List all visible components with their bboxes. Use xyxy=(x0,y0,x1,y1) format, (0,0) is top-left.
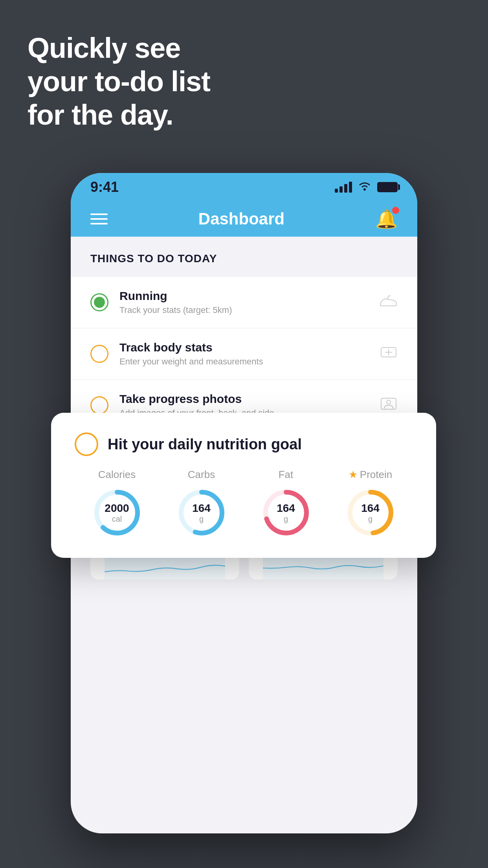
battery-icon xyxy=(377,182,398,192)
things-to-do-title: THINGS TO DO TODAY xyxy=(90,252,398,265)
svg-point-0 xyxy=(363,188,366,191)
nav-bar: Dashboard 🔔 xyxy=(71,201,417,237)
fat-label: Fat xyxy=(279,469,294,481)
nutrition-card-header: Hit your daily nutrition goal xyxy=(75,432,413,456)
calories-label: Calories xyxy=(98,469,136,481)
todo-title-body-stats: Track body stats xyxy=(119,341,380,354)
todo-title-running: Running xyxy=(119,289,380,303)
star-icon: ★ xyxy=(349,469,358,481)
calories-unit: cal xyxy=(105,515,129,524)
shoe-icon xyxy=(380,294,398,311)
fat-donut: 164 g xyxy=(261,487,312,538)
nutrition-stats-row: Calories 2000 cal Carbs xyxy=(75,469,413,538)
status-time: 9:41 xyxy=(90,179,119,195)
todo-list: Running Track your stats (target: 5km) T… xyxy=(71,277,417,431)
todo-title-photos: Take progress photos xyxy=(119,392,380,406)
wifi-icon xyxy=(358,180,372,194)
protein-label: Protein xyxy=(360,469,392,481)
fat-value: 164 xyxy=(277,502,295,515)
todo-check-photos xyxy=(90,396,108,414)
svg-point-5 xyxy=(387,400,391,404)
protein-value: 164 xyxy=(361,502,380,515)
content-area: THINGS TO DO TODAY xyxy=(71,237,417,265)
person-icon xyxy=(380,397,398,414)
calories-value: 2000 xyxy=(105,502,129,515)
notification-bell[interactable]: 🔔 xyxy=(375,208,398,230)
todo-subtitle-running: Track your stats (target: 5km) xyxy=(119,305,380,315)
stat-calories: Calories 2000 cal xyxy=(92,469,143,538)
scale-icon xyxy=(380,345,398,363)
protein-unit: g xyxy=(361,515,380,524)
notification-dot xyxy=(392,207,399,214)
carbs-value: 164 xyxy=(192,502,211,515)
nutrition-check-circle xyxy=(75,432,98,456)
calories-donut: 2000 cal xyxy=(92,487,143,538)
status-bar: 9:41 xyxy=(71,173,417,201)
signal-icon xyxy=(335,182,352,193)
protein-donut: 164 g xyxy=(345,487,396,538)
nutrition-card: Hit your daily nutrition goal Calories 2… xyxy=(51,413,436,558)
todo-subtitle-body-stats: Enter your weight and measurements xyxy=(119,357,380,367)
todo-item-running[interactable]: Running Track your stats (target: 5km) xyxy=(71,277,417,328)
stat-protein: ★ Protein 164 g xyxy=(345,469,396,538)
hero-text: Quickly see your to-do list for the day. xyxy=(28,31,210,132)
stat-carbs: Carbs 164 g xyxy=(176,469,227,538)
stat-fat: Fat 164 g xyxy=(261,469,312,538)
carbs-donut: 164 g xyxy=(176,487,227,538)
todo-check-body-stats xyxy=(90,345,108,363)
todo-check-running xyxy=(90,293,108,311)
nav-title: Dashboard xyxy=(198,210,284,228)
carbs-unit: g xyxy=(192,515,211,524)
status-icons xyxy=(335,180,398,194)
todo-item-body-stats[interactable]: Track body stats Enter your weight and m… xyxy=(71,328,417,380)
nutrition-title: Hit your daily nutrition goal xyxy=(108,436,302,453)
hamburger-menu[interactable] xyxy=(90,213,108,224)
carbs-label: Carbs xyxy=(188,469,215,481)
fat-unit: g xyxy=(277,515,295,524)
